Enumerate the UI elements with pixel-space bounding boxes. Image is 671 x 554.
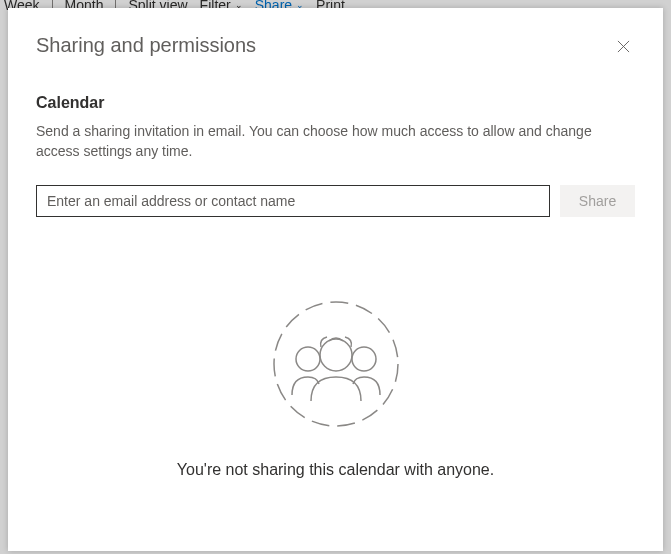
svg-point-2 (352, 347, 376, 371)
email-input[interactable] (36, 185, 550, 217)
dialog-header: Sharing and permissions (36, 34, 635, 58)
people-illustration-icon (269, 297, 403, 431)
share-input-row: Share (36, 185, 635, 217)
share-button[interactable]: Share (560, 185, 635, 217)
section-title: Calendar (36, 94, 635, 112)
section-description: Send a sharing invitation in email. You … (36, 122, 635, 161)
close-button[interactable] (611, 34, 635, 58)
close-icon (617, 40, 630, 53)
svg-point-1 (296, 347, 320, 371)
empty-state-text: You're not sharing this calendar with an… (177, 461, 494, 479)
svg-point-3 (320, 339, 352, 371)
sharing-dialog: Sharing and permissions Calendar Send a … (8, 8, 663, 551)
dialog-title: Sharing and permissions (36, 34, 256, 57)
empty-state: You're not sharing this calendar with an… (36, 297, 635, 479)
svg-point-0 (274, 302, 398, 426)
